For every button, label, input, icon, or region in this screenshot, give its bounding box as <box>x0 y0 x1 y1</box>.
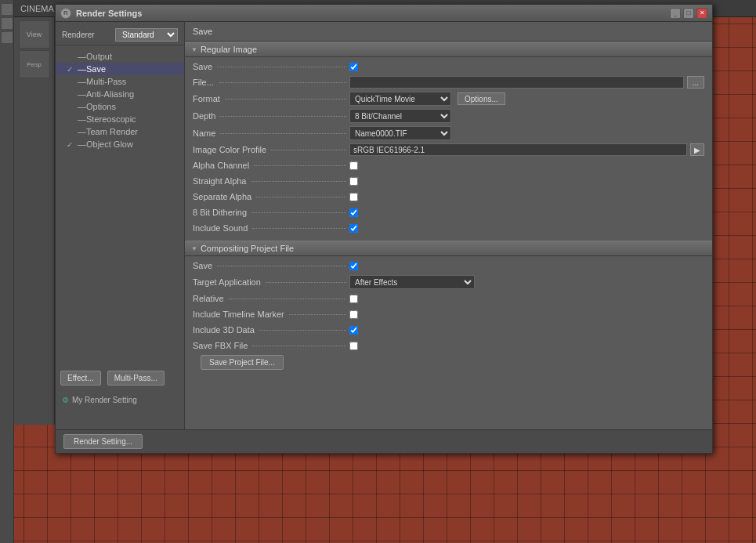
include-sound-row: Include Sound <box>185 220 712 236</box>
section-arrow-compositing: ▼ <box>191 245 197 252</box>
alpha-channel-row: Alpha Channel <box>185 157 712 173</box>
renderer-label: Renderer <box>62 31 112 39</box>
dialog-icon: R <box>60 8 71 19</box>
format-row: Format QuickTime Movie JPEG PNG TIFF BMP… <box>185 90 712 107</box>
side-icons-panel: View Persp <box>14 17 55 425</box>
compositing-form: Save Target Application Afte <box>185 256 712 373</box>
section-arrow-regular: ▼ <box>191 46 197 53</box>
bit-dithering-checkbox[interactable] <box>349 208 358 217</box>
file-label: File... <box>193 78 214 87</box>
compositing-section-header[interactable]: ▼ Compositing Project File <box>185 241 712 256</box>
alpha-channel-checkbox[interactable] <box>349 161 358 170</box>
browse-button[interactable]: ... <box>687 76 704 89</box>
maximize-button[interactable]: □ <box>683 8 694 19</box>
persp-icon: Persp <box>27 62 41 67</box>
sidebar-item-output[interactable]: —Output <box>56 50 184 63</box>
target-app-select[interactable]: After Effects Nuke Fusion <box>349 275 475 289</box>
straight-alpha-label: Straight Alpha <box>193 176 247 186</box>
include-sound-checkbox[interactable] <box>349 224 358 233</box>
target-app-label: Target Application <box>193 277 261 287</box>
left-toolbar <box>0 0 14 543</box>
save-tab: Save <box>185 22 712 42</box>
straight-alpha-checkbox[interactable] <box>349 177 358 186</box>
include-sound-label: Include Sound <box>193 223 248 233</box>
save-row: Save <box>185 59 712 74</box>
sidebar-item-antialiasing[interactable]: —Anti-Aliasing <box>56 88 184 100</box>
file-input[interactable]: C:#Users#limsan#Desktop#12#11 <box>349 76 684 89</box>
save-fbx-checkbox[interactable] <box>349 342 358 350</box>
right-panel: Save ▼ Regular Image Save <box>185 22 712 429</box>
save-fbx-row: Save FBX File <box>185 338 712 353</box>
comp-save-checkbox[interactable] <box>349 262 358 270</box>
effect-button[interactable]: Effect... <box>60 371 101 386</box>
minimize-button[interactable]: _ <box>670 8 681 19</box>
save-fbx-label: Save FBX File <box>193 341 248 350</box>
file-row: File... C:#Users#limsan#Desktop#12#11 ..… <box>185 74 712 90</box>
name-select[interactable]: Name0000.TIF Name0000.JPG <box>349 126 451 140</box>
sidebar-item-save[interactable]: ✓ —Save <box>56 63 184 75</box>
timeline-marker-row: Include Timeline Marker <box>185 306 712 322</box>
straight-alpha-row: Straight Alpha <box>185 173 712 189</box>
sidebar-item-objectglow[interactable]: ✓ —Object Glow <box>56 138 184 150</box>
dialog-title: Render Settings <box>76 9 665 18</box>
bit-dithering-label: 8 Bit Dithering <box>193 208 247 217</box>
save-label: Save <box>193 62 212 71</box>
alpha-channel-label: Alpha Channel <box>193 161 249 170</box>
effect-buttons-row: Effect... Multi-Pass... <box>56 367 185 389</box>
color-profile-btn[interactable]: ▶ <box>690 143 704 156</box>
bit-dithering-row: 8 Bit Dithering <box>185 205 712 220</box>
sidebar-item-multipass[interactable]: —Multi-Pass <box>56 75 184 88</box>
my-render-row: ⚙ My Render Setting <box>56 393 185 407</box>
toolbar-icon-1 <box>2 4 13 15</box>
multipass-button[interactable]: Multi-Pass... <box>107 371 165 386</box>
toolbar-icon-3 <box>2 32 13 43</box>
nav-section: —Output ✓ —Save —Multi-Pass —Anti-Aliasi… <box>56 49 184 152</box>
timeline-marker-checkbox[interactable] <box>349 310 358 319</box>
target-app-row: Target Application After Effects Nuke Fu… <box>185 273 712 291</box>
regular-image-title: Regular Image <box>201 45 257 54</box>
compositing-title: Compositing Project File <box>201 244 294 253</box>
save-tab-label: Save <box>193 27 212 36</box>
depth-select[interactable]: 8 Bit/Channel 16 Bit/Channel 32 Bit/Chan… <box>349 109 451 123</box>
name-row: Name Name0000.TIF Name0000.JPG <box>185 125 712 142</box>
dialog-title-bar: R Render Settings _ □ ✕ <box>56 5 712 22</box>
close-button[interactable]: ✕ <box>696 8 707 19</box>
comp-save-row: Save <box>185 258 712 273</box>
relative-row: Relative <box>185 291 712 306</box>
toolbar-icon-2 <box>2 18 13 29</box>
regular-image-section-header[interactable]: ▼ Regular Image <box>185 42 712 57</box>
depth-row: Depth 8 Bit/Channel 16 Bit/Channel 32 Bi… <box>185 107 712 125</box>
title-buttons: _ □ ✕ <box>670 8 707 19</box>
comp-save-label: Save <box>193 261 212 270</box>
save-project-button[interactable]: Save Project File... <box>201 355 284 370</box>
relative-label: Relative <box>193 294 224 303</box>
dialog-body: Renderer Standard Physical Hardware Open… <box>56 22 712 429</box>
sidebar-item-options[interactable]: —Options <box>56 100 184 113</box>
include-3d-checkbox[interactable] <box>349 326 358 335</box>
include-3d-row: Include 3D Data <box>185 322 712 338</box>
render-setting-button[interactable]: Render Setting... <box>63 434 143 449</box>
sidebar-item-stereoscopic[interactable]: —Stereoscopic <box>56 113 184 125</box>
timeline-marker-label: Include Timeline Marker <box>193 310 284 319</box>
persp-icon-btn[interactable]: Persp <box>19 50 50 78</box>
dialog-footer: Render Setting... <box>56 429 712 453</box>
renderer-select[interactable]: Standard Physical Hardware OpenGL <box>115 28 178 42</box>
format-label: Format <box>193 94 220 103</box>
separate-alpha-checkbox[interactable] <box>349 193 358 201</box>
sidebar-item-teamrender[interactable]: —Team Render <box>56 125 184 138</box>
color-profile-value: sRGB IEC61966-2.1 <box>349 143 687 156</box>
view-icon: View <box>27 31 42 38</box>
regular-image-form: Save File... C:#Users#limsan#Desktop#12#… <box>185 57 712 237</box>
save-checkbox[interactable] <box>349 63 358 71</box>
separate-alpha-label: Separate Alpha <box>193 192 251 201</box>
format-select[interactable]: QuickTime Movie JPEG PNG TIFF BMP <box>349 92 451 106</box>
save-project-row: Save Project File... <box>185 353 712 371</box>
format-options-button[interactable]: Options... <box>458 92 505 105</box>
color-profile-row: Image Color Profile sRGB IEC61966-2.1 ▶ <box>185 142 712 157</box>
name-label: Name <box>193 129 215 138</box>
my-render-label[interactable]: My Render Setting <box>72 396 137 404</box>
relative-checkbox[interactable] <box>349 295 358 303</box>
view-icon-btn[interactable]: View <box>19 20 50 49</box>
render-settings-dialog: R Render Settings _ □ ✕ Renderer Standar… <box>55 4 713 454</box>
include-3d-label: Include 3D Data <box>193 325 255 335</box>
